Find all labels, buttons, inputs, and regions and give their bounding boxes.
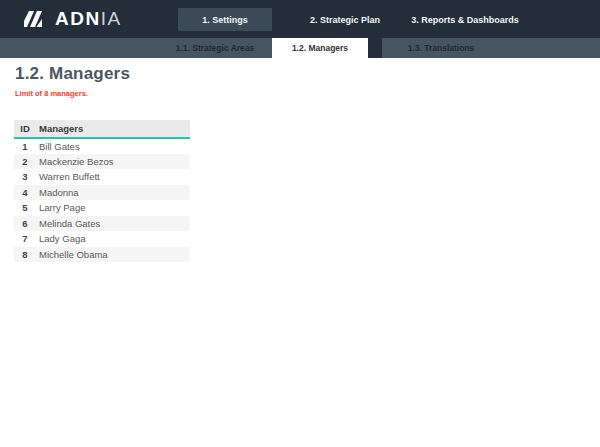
limit-note: Limit of 8 managers. bbox=[15, 89, 88, 98]
manager-name-cell[interactable]: Madonna bbox=[36, 185, 190, 201]
nav-item-strategic-plan[interactable]: 2. Strategic Plan bbox=[300, 8, 390, 31]
row-id: 1 bbox=[14, 138, 36, 154]
manager-name-cell[interactable]: Bill Gates bbox=[36, 138, 190, 154]
row-id: 5 bbox=[14, 200, 36, 216]
header-managers: Managers bbox=[36, 120, 190, 138]
table-row: 3 Warren Buffett bbox=[14, 169, 190, 185]
manager-name-cell[interactable]: Michelle Obama bbox=[36, 247, 190, 263]
brand-name-light: IA bbox=[101, 8, 122, 29]
brand-name: ADNIA bbox=[55, 8, 122, 30]
manager-name-cell[interactable]: Lady Gaga bbox=[36, 231, 190, 247]
header-row: ID Managers bbox=[14, 120, 190, 138]
tab-separator bbox=[368, 38, 382, 58]
table-row: 8 Michelle Obama bbox=[14, 247, 190, 263]
page-title: 1.2. Managers bbox=[15, 64, 130, 84]
row-id: 7 bbox=[14, 231, 36, 247]
table-row: 4 Madonna bbox=[14, 185, 190, 201]
table-row: 7 Lady Gaga bbox=[14, 231, 190, 247]
manager-name-cell[interactable]: Warren Buffett bbox=[36, 169, 190, 185]
tab-strategic-areas[interactable]: 1.1. Strategic Areas bbox=[158, 38, 272, 58]
tab-translations[interactable]: 1.3. Translations bbox=[382, 38, 500, 58]
manager-name-cell[interactable]: Larry Page bbox=[36, 200, 190, 216]
nav-item-reports-dashboards[interactable]: 3. Reports & Dashboards bbox=[405, 8, 525, 31]
app-window: ADNIA 1. Settings 2. Strategic Plan 3. R… bbox=[0, 0, 600, 447]
row-id: 6 bbox=[14, 216, 36, 232]
table-row: 5 Larry Page bbox=[14, 200, 190, 216]
row-id: 2 bbox=[14, 154, 36, 170]
brand-logo: ADNIA bbox=[21, 8, 122, 30]
table-row: 2 Mackenzie Bezos bbox=[14, 154, 190, 170]
nav-item-settings[interactable]: 1. Settings bbox=[178, 8, 272, 31]
table-row: 6 Melinda Gates bbox=[14, 216, 190, 232]
adnia-logo-icon bbox=[21, 9, 47, 29]
header-id: ID bbox=[14, 120, 36, 138]
top-navbar: ADNIA 1. Settings 2. Strategic Plan 3. R… bbox=[0, 0, 600, 38]
managers-table: ID Managers 1 Bill Gates 2 Mackenzie Bez… bbox=[14, 120, 190, 262]
row-id: 8 bbox=[14, 247, 36, 263]
manager-name-cell[interactable]: Mackenzie Bezos bbox=[36, 154, 190, 170]
managers-table-header: ID Managers bbox=[14, 120, 190, 138]
table-row: 1 Bill Gates bbox=[14, 138, 190, 154]
sub-tabbar: 1.1. Strategic Areas 1.2. Managers 1.3. … bbox=[0, 38, 600, 58]
row-id: 3 bbox=[14, 169, 36, 185]
tab-managers[interactable]: 1.2. Managers bbox=[272, 38, 368, 58]
row-id: 4 bbox=[14, 185, 36, 201]
brand-name-bold: ADN bbox=[55, 8, 101, 29]
manager-name-cell[interactable]: Melinda Gates bbox=[36, 216, 190, 232]
